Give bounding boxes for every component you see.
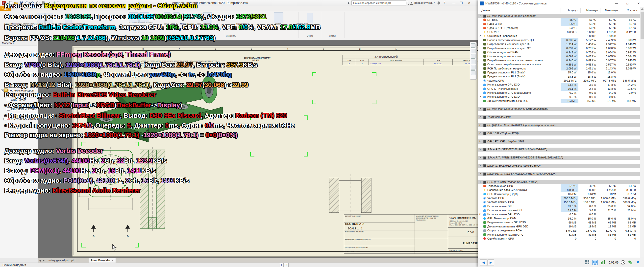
bell-icon[interactable] bbox=[436, 1, 441, 5]
sensor-group-row[interactable]: >ЦП [#0]: Intel Core i3-7020U: Причины о… bbox=[478, 123, 640, 127]
hwinfo-minimize-button[interactable]: — bbox=[612, 1, 620, 6]
sensor-group-row[interactable]: ∨ЦП [#0]: Intel Core i3-7020U: Enhanced bbox=[478, 14, 640, 18]
nav-tool-icon[interactable] bbox=[471, 49, 476, 53]
tab-scroll-left-icon[interactable]: ◀ bbox=[38, 259, 42, 262]
sensor-group-row[interactable]: >Drive: ST500LT012-9WS142 (W0VBG8WD) bbox=[478, 164, 640, 168]
signin-label[interactable]: Вход в службы bbox=[414, 1, 433, 4]
sensor-row[interactable]: GPU VID0.000 В0.000 В1.015 В0.126 В bbox=[478, 30, 640, 34]
sensor-row[interactable]: >Смещения напряжения0.000 В0.000 В bbox=[478, 34, 640, 38]
hwinfo-scrollbar[interactable] bbox=[640, 7, 644, 258]
hwinfo-column-header[interactable]: Датчик Текущее Минимум Максимум Среднее bbox=[478, 7, 640, 14]
minimize-button[interactable]: — bbox=[450, 0, 458, 5]
expand-plus-icon[interactable]: + bbox=[1, 89, 4, 92]
hwinfo-maximize-button[interactable]: □ bbox=[624, 1, 631, 6]
sensor-row[interactable]: Ядра CPU GT (графика)53 °C50 °C53 °C52 °… bbox=[478, 26, 640, 30]
tab-close-icon[interactable]: ✕ bbox=[112, 259, 114, 262]
sensor-row[interactable]: Динамическая память GPU D3D19 МБ19 МБ19 … bbox=[478, 225, 640, 229]
expand-arrow-icon[interactable]: > bbox=[480, 140, 481, 142]
expand-arrow-icon[interactable]: > bbox=[480, 132, 481, 134]
sensor-row[interactable]: Выделенная память GPU D3D68 МБ68 МБ68 МБ… bbox=[478, 221, 640, 225]
sensor-row[interactable]: GPU GT Использование10.1 %2.4 %13.8 %10.… bbox=[478, 87, 640, 91]
expand-arrow-icon[interactable]: > bbox=[480, 148, 481, 151]
sensor-group-row[interactable]: >S.M.A.R.T.: ST500LT012-9WS142 (W0VBG8WD… bbox=[478, 148, 640, 152]
nav-tool-icon[interactable] bbox=[471, 60, 476, 64]
sensor-row[interactable]: Предел мощности PL1 (Static)15.0 W15.0 W… bbox=[478, 70, 640, 74]
sensor-row[interactable]: Ошибки памяти GPU0000 bbox=[478, 237, 640, 241]
sensor-row[interactable]: Скорость соединения PCIe8.0 GT/s2.5 GT/s… bbox=[478, 229, 640, 233]
sensor-row[interactable]: Тепловой диод GPU51 °C49 °C53 °C51 °C bbox=[478, 184, 640, 188]
sensor-row[interactable]: Предел мощности PL2 (Static)18.8 W18.8 W… bbox=[478, 75, 640, 79]
sensor-group-row[interactable]: ∨GPU [#1]: AMD Radeon R5 M435 (Banks) bbox=[478, 180, 640, 184]
expand-arrow-icon[interactable]: > bbox=[480, 115, 481, 118]
sensor-row[interactable]: Частота GPU299.3 МГц299.0 МГц997.8 МГц38… bbox=[478, 79, 640, 83]
close-button[interactable]: ✕ bbox=[466, 0, 473, 5]
expand-arrow-icon[interactable]: > bbox=[480, 164, 481, 167]
sensor-group-row[interactable]: >DELL 032XT0 (Intel PCH) bbox=[478, 131, 640, 135]
expand-arrow-icon[interactable]: > bbox=[480, 34, 481, 37]
sensors-settings-icon[interactable] bbox=[628, 260, 633, 265]
sensor-row[interactable]: Частота памяти GPU150.0 МГц150.0 МГц1,00… bbox=[478, 200, 640, 204]
sensor-row[interactable]: Полная потребляемая мощность ЦП6.339 W5.… bbox=[478, 38, 640, 42]
sensor-row[interactable]: Напряжение ядра GPU (VDDC)0.850 В0.850 В… bbox=[478, 188, 640, 192]
monitor-view-icon[interactable] bbox=[592, 260, 598, 265]
search-flyout-icon[interactable]: ▶ bbox=[348, 1, 350, 4]
sensor-group-row[interactable]: >Тайминги памяти bbox=[478, 115, 640, 119]
expand-arrow-icon[interactable]: > bbox=[480, 172, 481, 175]
sensor-group-row[interactable]: >S.M.A.R.T.: INTEL SSDPEKNW512G8 (BTNH93… bbox=[478, 156, 640, 160]
expand-arrow-icon[interactable]: ∨ bbox=[480, 14, 481, 17]
sensor-row[interactable]: PCH Потребляемая мощность2.096 W2.061 W2… bbox=[478, 66, 640, 70]
tab-scroll-right-icon[interactable]: ▶ bbox=[42, 259, 46, 262]
navigation-toolbar[interactable] bbox=[470, 42, 477, 80]
nav-tool-icon[interactable] bbox=[471, 43, 476, 48]
expand-arrow-icon[interactable]: > bbox=[480, 124, 481, 126]
sensor-row[interactable]: Потребляемая мощность ядер IA1.914 W1.43… bbox=[478, 42, 640, 46]
grid-view-icon[interactable] bbox=[585, 260, 590, 265]
sensor-row[interactable]: Использование GPU Media Engine0.0 %0.0 %… bbox=[478, 91, 640, 95]
sensor-row[interactable]: Динамическая память GPU D3D163 МБ163 МБ2… bbox=[478, 99, 640, 103]
expand-arrow-icon[interactable]: > bbox=[480, 107, 481, 110]
hwinfo-exit-icon[interactable]: ✕ bbox=[635, 260, 640, 265]
sensor-group-row[interactable]: >DELL EC: DELL Inspiron 3781 bbox=[478, 139, 640, 143]
graph-icon[interactable] bbox=[600, 260, 605, 265]
sensor-row[interactable]: Общая мощность DRAM0.947 W0.734 W1.084 W… bbox=[478, 50, 640, 54]
sensor-row[interactable]: Использование памяти GPU29.3 %3.6 %31.7 … bbox=[478, 208, 640, 212]
sensor-row[interactable]: Потребляемая мощность системного агента0… bbox=[478, 58, 640, 62]
signin-caret-icon[interactable]: ▾ bbox=[434, 1, 435, 4]
user-icon[interactable] bbox=[409, 1, 414, 5]
document-tab[interactable]: rotary geared pu...ipt bbox=[46, 258, 76, 263]
hwinfo-close-button[interactable]: ✕ bbox=[635, 1, 642, 6]
expand-arrow-icon[interactable]: > bbox=[480, 156, 481, 159]
sensor-row[interactable]: >Использование GPU D3D0.0 %0.0 % bbox=[478, 212, 640, 216]
sensor-group-row[interactable]: >Drive: INTEL SSDPEKNW512G8 (BTNH931209X… bbox=[478, 172, 640, 176]
prev-arrow-button[interactable]: ◀ bbox=[480, 259, 487, 266]
sensor-row[interactable]: Частота GPU300.0 МГц300.0 МГц1,030.0 МГц… bbox=[478, 196, 640, 200]
clock-icon[interactable] bbox=[620, 260, 626, 265]
expand-arrow-icon[interactable]: > bbox=[480, 213, 481, 215]
sheet-page-1-button[interactable]: 1 bbox=[279, 263, 284, 267]
sensor-row[interactable]: ЦП Весь55 °C53 °C59 °C55 °C bbox=[478, 18, 640, 22]
search-icon[interactable] bbox=[405, 1, 410, 5]
restore-button[interactable]: ❐ bbox=[458, 0, 465, 5]
document-tab[interactable]: PumpBase.idw✕ bbox=[88, 258, 116, 263]
nav-tool-icon[interactable] bbox=[471, 54, 476, 59]
sensor-row[interactable]: GPU Вентилятор PWM35.0 %35.0 %35.0 %35.0… bbox=[478, 217, 640, 221]
sensor-row[interactable]: Использование GPU89.0 %0.0 %99.0 %54.8 % bbox=[478, 204, 640, 208]
sensor-row[interactable]: >Использование GPU D3D0.0 %0.0 %0.0 % bbox=[478, 95, 640, 99]
sensor-row[interactable]: Использование GPU D3D13.8 %3.5 %17.8 %14… bbox=[478, 83, 640, 87]
sensor-row[interactable]: Ядра ЦП IA55 °C53 °C59 °C55 °C bbox=[478, 22, 640, 26]
expand-arrow-icon[interactable]: > bbox=[480, 95, 481, 98]
nav-tool-icon[interactable] bbox=[471, 70, 476, 75]
next-arrow-button[interactable]: ▶ bbox=[487, 259, 494, 266]
sensor-row[interactable]: Потребляемая мощность ядер GT0.837 W0.20… bbox=[478, 46, 640, 50]
sheet-page-2-button[interactable]: 2 bbox=[284, 263, 288, 267]
sensor-row[interactable]: Остаточная потребляемая мощность чипа0.5… bbox=[478, 62, 640, 66]
sensor-row[interactable]: Использование памяти GPU81 МБ81 МБ81 МБ8… bbox=[478, 233, 640, 237]
sensor-group-row[interactable]: >ЦП [#0]: Intel Core i3-7020U: C-State З… bbox=[478, 107, 640, 111]
sensor-row[interactable]: GPU Вентилятор (ОД06)0 RPM0 RPM0 RPM0 RP… bbox=[478, 192, 640, 196]
sensor-row[interactable]: Общая мощность системы0.064 W0.063 W0.06… bbox=[478, 54, 640, 58]
part-title: PUMP BASE bbox=[463, 242, 478, 245]
help-icon[interactable]: ? bbox=[442, 1, 446, 4]
nav-tool-icon[interactable] bbox=[471, 65, 476, 69]
search-input[interactable]: Поиск по справке и командам bbox=[352, 0, 406, 5]
expand-arrow-icon[interactable]: ∨ bbox=[480, 180, 481, 183]
